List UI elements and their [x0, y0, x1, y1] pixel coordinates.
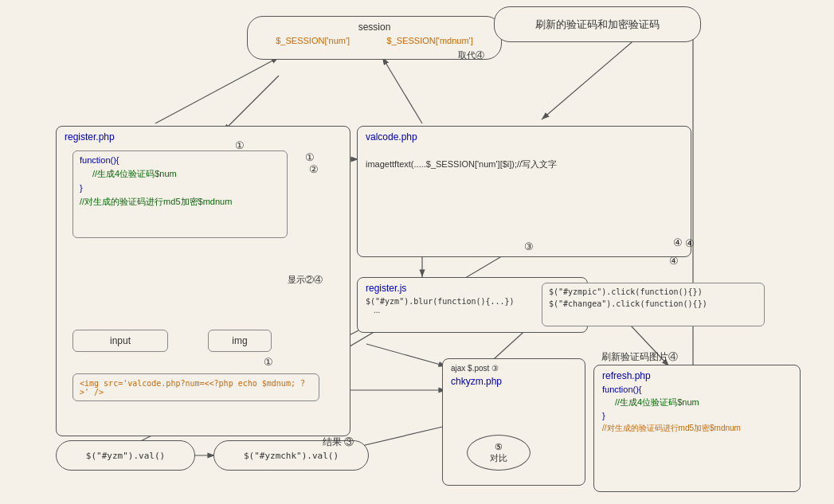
circle5: ⑤: [495, 442, 503, 452]
function-open: function(){: [80, 155, 280, 165]
refresh-comment1: //生成4位验证码$num: [615, 397, 792, 408]
circle1-top: ①: [305, 151, 315, 163]
session-mdnum: $_SESSION['mdnum']: [387, 36, 473, 45]
chkyzm-label: chkyzm.php: [451, 376, 502, 387]
svg-line-3: [382, 57, 422, 123]
circle3-valcode: ③: [524, 240, 534, 252]
register-php-box: register.php function(){ //生成4位验证码$num }…: [56, 126, 350, 436]
click-funcs-box: $("#yzmpic").click(function(){}) $("#cha…: [542, 283, 765, 326]
circle2-label: ②: [309, 163, 319, 175]
circle4-b: ④: [685, 237, 695, 249]
diagram-container: session $_SESSION['num'] $_SESSION['mdnu…: [0, 0, 834, 504]
img-label: img: [232, 335, 247, 346]
imagettftext-label: imagettftext(.....$_SESSION['num'][$i]);…: [366, 159, 557, 169]
result3-label: 结果 ③: [323, 436, 354, 449]
valcode-php-label: valcode.php: [366, 131, 417, 143]
refresh-img-label: 刷新验证码图片④: [601, 350, 678, 364]
compare-box: ⑤ 对比: [467, 435, 531, 471]
yzm-val-box: $("#yzm").val(): [56, 440, 195, 471]
svg-line-2: [155, 57, 279, 123]
yzm-val-code: $("#yzm").val(): [86, 451, 165, 461]
ajax-label: ajax $.post ③: [451, 364, 499, 373]
circle1-register: ①: [235, 139, 245, 151]
svg-line-4: [223, 76, 279, 131]
input-box: input: [72, 330, 168, 352]
img-src-code: <img src='valcode.php?num=<<?php echo $m…: [80, 379, 312, 397]
show24-label: 显示②④: [288, 274, 323, 286]
circle1-img: ①: [264, 356, 273, 368]
refresh-function-open: function(){: [602, 385, 792, 394]
chkyzm-box: ajax $.post ③ chkyzm.php ⑤ 对比: [442, 358, 585, 486]
circle4-valcode: ④: [673, 236, 683, 248]
circle4-right: ④: [669, 255, 679, 267]
function-comment1: //生成4位验证码$num: [92, 168, 280, 180]
refresh-close: }: [602, 411, 792, 420]
refresh-php-label: refresh.php: [602, 370, 651, 381]
register-js-label: register.js: [366, 283, 406, 294]
refresh-comment2: //对生成的验证码进行md5加密$mdnum: [602, 423, 792, 434]
click-func-line2: $("#changea").click(function(){}): [549, 299, 758, 308]
compare-text: 对比: [490, 452, 507, 464]
session-num: $_SESSION['num']: [276, 36, 350, 45]
click-func-line1: $("#yzmpic").click(function(){}): [549, 287, 758, 296]
refresh-label-text: 刷新的验证码和加密验证码: [535, 18, 660, 32]
img-src-box: <img src='valcode.php?num=<<?php echo $m…: [72, 373, 319, 401]
function-comment2: //对生成的验证码进行md5加密$mdnum: [80, 196, 280, 208]
session-label: session: [257, 21, 491, 33]
valcode-php-box: valcode.php imagettftext(.....$_SESSION[…: [357, 126, 691, 257]
refresh-php-box: refresh.php function(){ //生成4位验证码$num } …: [593, 365, 801, 492]
yzmchk-val-code: $("#yzmchk").val(): [244, 451, 339, 461]
qudai-label: 取代④: [458, 49, 484, 61]
input-label: input: [110, 335, 131, 346]
register-php-function-box: function(){ //生成4位验证码$num } //对生成的验证码进行m…: [72, 150, 288, 238]
function-close: }: [80, 183, 280, 193]
img-box: img: [208, 330, 272, 352]
svg-line-15: [366, 344, 446, 366]
refresh-label-box: 刷新的验证码和加密验证码: [494, 6, 701, 42]
register-php-label: register.php: [65, 131, 115, 143]
